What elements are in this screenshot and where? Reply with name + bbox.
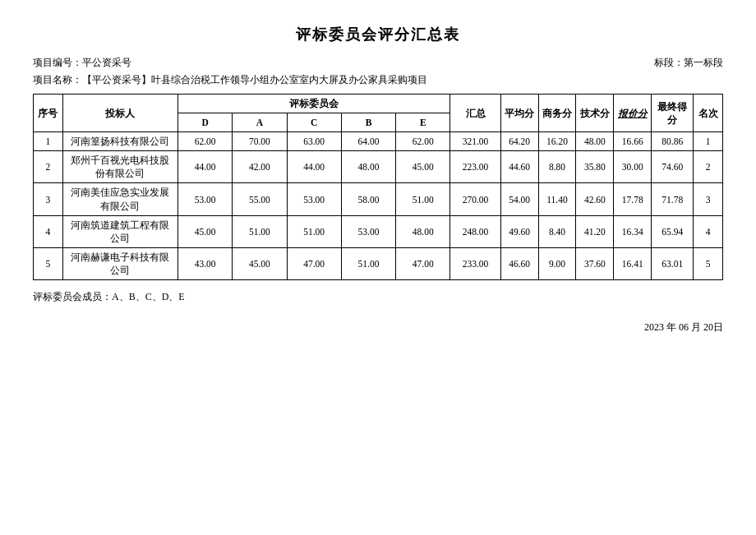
cell-a: 45.00: [233, 247, 287, 279]
table-row: 3河南美佳应急实业发展有限公司53.0055.0053.0058.0051.00…: [34, 183, 723, 215]
cell-e: 48.00: [396, 215, 450, 247]
cell-biz: 8.80: [538, 151, 576, 183]
header-member-d: D: [177, 113, 232, 132]
cell-avg: 49.60: [500, 215, 538, 247]
header-seq: 序号: [34, 95, 63, 132]
cell-seq: 5: [34, 247, 63, 279]
cell-b: 48.00: [341, 151, 395, 183]
cell-a: 70.00: [233, 132, 287, 151]
cell-rank: 1: [694, 132, 723, 151]
cell-price: 30.00: [614, 151, 652, 183]
cell-biz: 8.40: [538, 215, 576, 247]
cell-final: 65.94: [652, 215, 694, 247]
cell-price: 16.41: [614, 247, 652, 279]
cell-total: 233.00: [450, 247, 500, 279]
cell-b: 51.00: [341, 247, 395, 279]
cell-bidder: 郑州千百视光电科技股份有限公司: [62, 151, 177, 183]
cell-e: 45.00: [396, 151, 450, 183]
cell-tech: 35.80: [576, 151, 614, 183]
cell-e: 47.00: [396, 247, 450, 279]
header-final: 最终得分: [652, 95, 694, 132]
cell-rank: 5: [694, 247, 723, 279]
cell-seq: 3: [34, 183, 63, 215]
table-row: 1河南篁扬科技有限公司62.0070.0063.0064.0062.00321.…: [34, 132, 723, 151]
project-no: 项目编号：平公资采号: [33, 56, 131, 70]
cell-tech: 41.20: [576, 215, 614, 247]
cell-avg: 46.60: [500, 247, 538, 279]
header-rank: 名次: [694, 95, 723, 132]
cell-d: 45.00: [177, 215, 232, 247]
cell-d: 44.00: [177, 151, 232, 183]
cell-avg: 54.00: [500, 183, 538, 215]
cell-d: 53.00: [177, 183, 232, 215]
cell-c: 63.00: [287, 132, 341, 151]
cell-b: 58.00: [341, 183, 395, 215]
cell-total: 321.00: [450, 132, 500, 151]
cell-e: 51.00: [396, 183, 450, 215]
cell-bidder: 河南篁扬科技有限公司: [62, 132, 177, 151]
cell-bidder: 河南筑道建筑工程有限公司: [62, 215, 177, 247]
section-label: 标段：第一标段: [654, 56, 723, 70]
cell-c: 51.00: [287, 215, 341, 247]
score-table: 序号 投标人 评标委员会 汇总 平均分 商务分 技术分 报价分 最终得分 名次 …: [33, 94, 723, 280]
cell-final: 63.01: [652, 247, 694, 279]
cell-b: 64.00: [341, 132, 395, 151]
cell-rank: 3: [694, 183, 723, 215]
cell-final: 80.86: [652, 132, 694, 151]
cell-total: 270.00: [450, 183, 500, 215]
cell-tech: 42.60: [576, 183, 614, 215]
header-price: 报价分: [614, 95, 652, 132]
header-member-e: E: [396, 113, 450, 132]
cell-a: 51.00: [233, 215, 287, 247]
cell-biz: 11.40: [538, 183, 576, 215]
cell-final: 74.60: [652, 151, 694, 183]
header-total: 汇总: [450, 95, 500, 132]
header-bidder: 投标人: [62, 95, 177, 132]
header-avg: 平均分: [500, 95, 538, 132]
members-label: 评标委员会成员：A、B、C、D、E: [33, 290, 723, 304]
cell-seq: 4: [34, 215, 63, 247]
cell-c: 47.00: [287, 247, 341, 279]
cell-a: 42.00: [233, 151, 287, 183]
cell-seq: 2: [34, 151, 63, 183]
cell-d: 62.00: [177, 132, 232, 151]
cell-biz: 16.20: [538, 132, 576, 151]
cell-avg: 44.60: [500, 151, 538, 183]
cell-d: 43.00: [177, 247, 232, 279]
cell-c: 44.00: [287, 151, 341, 183]
cell-avg: 64.20: [500, 132, 538, 151]
cell-price: 16.34: [614, 215, 652, 247]
cell-a: 55.00: [233, 183, 287, 215]
table-row: 5河南赫谦电子科技有限公司43.0045.0047.0051.0047.0023…: [34, 247, 723, 279]
project-name: 项目名称：【平公资采号】叶县综合治税工作领导小组办公室室内大屏及办公家具采购项目: [33, 73, 723, 87]
header-member-b: B: [341, 113, 395, 132]
header-committee: 评标委员会: [177, 95, 449, 113]
cell-tech: 37.60: [576, 247, 614, 279]
header-biz: 商务分: [538, 95, 576, 132]
cell-price: 16.66: [614, 132, 652, 151]
cell-total: 248.00: [450, 215, 500, 247]
cell-c: 53.00: [287, 183, 341, 215]
cell-rank: 4: [694, 215, 723, 247]
table-row: 2郑州千百视光电科技股份有限公司44.0042.0044.0048.0045.0…: [34, 151, 723, 183]
cell-rank: 2: [694, 151, 723, 183]
cell-bidder: 河南赫谦电子科技有限公司: [62, 247, 177, 279]
header-member-c: C: [287, 113, 341, 132]
page-title: 评标委员会评分汇总表: [33, 25, 723, 44]
cell-final: 71.78: [652, 183, 694, 215]
date-label: 2023 年 06 月 20日: [33, 321, 723, 334]
cell-bidder: 河南美佳应急实业发展有限公司: [62, 183, 177, 215]
cell-biz: 9.00: [538, 247, 576, 279]
cell-seq: 1: [34, 132, 63, 151]
header-tech: 技术分: [576, 95, 614, 132]
cell-price: 17.78: [614, 183, 652, 215]
cell-tech: 48.00: [576, 132, 614, 151]
cell-b: 53.00: [341, 215, 395, 247]
header-member-a: A: [233, 113, 287, 132]
table-row: 4河南筑道建筑工程有限公司45.0051.0051.0053.0048.0024…: [34, 215, 723, 247]
cell-e: 62.00: [396, 132, 450, 151]
cell-total: 223.00: [450, 151, 500, 183]
